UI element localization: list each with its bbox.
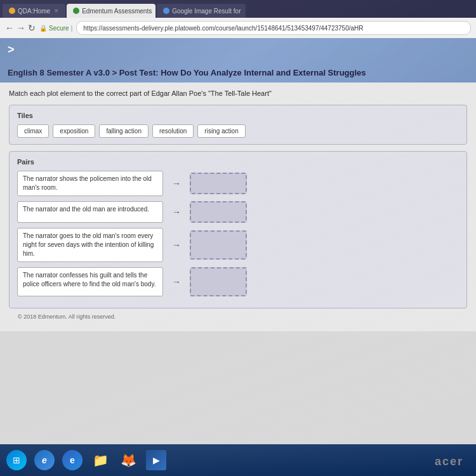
pairs-box: Pairs The narrator shows the policemen i… — [9, 151, 467, 308]
tile-falling-action[interactable]: falling action — [99, 124, 149, 138]
browser-chrome: QDA:Home ✕ Edmentum Assessments ✕ Google… — [0, 0, 476, 38]
tiles-box: Tiles climax exposition falling action r… — [9, 105, 467, 145]
back-button[interactable]: ← — [5, 23, 14, 33]
pair-text-4: The narrator confesses his guilt and tel… — [17, 267, 163, 296]
pair-drop-3[interactable] — [190, 230, 247, 260]
pair-row-2: The narrator and the old man are introdu… — [17, 201, 459, 223]
taskbar-ie-icon[interactable]: e — [34, 450, 55, 470]
taskbar-edge-icon[interactable]: e — [62, 450, 83, 470]
tile-exposition[interactable]: exposition — [53, 124, 95, 138]
pair-drop-4[interactable] — [190, 267, 247, 296]
pair-text-1: The narrator shows the policemen into th… — [17, 171, 163, 196]
tiles-row: climax exposition falling action resolut… — [17, 124, 459, 138]
refresh-button[interactable]: ↻ — [28, 23, 36, 33]
pair-text-3: The narrator goes to the old man's room … — [17, 228, 163, 262]
page-content: > English 8 Semester A v3.0 > Post Test:… — [0, 38, 476, 444]
tab-bar: QDA:Home ✕ Edmentum Assessments ✕ Google… — [0, 0, 476, 18]
pairs-label: Pairs — [17, 158, 459, 166]
taskbar-firefox-icon[interactable]: 🦊 — [118, 450, 138, 470]
tab-qda[interactable]: QDA:Home ✕ — [3, 4, 65, 18]
tile-rising-action[interactable]: rising action — [197, 124, 245, 138]
pair-row-3: The narrator goes to the old man's room … — [17, 228, 459, 262]
taskbar-folder-icon[interactable]: 📁 — [90, 450, 110, 470]
page-title: English 8 Semester A v3.0 > Post Test: H… — [0, 63, 374, 83]
secure-label: Secure — [49, 25, 69, 32]
pair-arrow-3: → — [167, 240, 186, 250]
tile-climax[interactable]: climax — [17, 124, 49, 138]
address-bar: ← → ↻ 🔒 Secure | — [0, 18, 476, 38]
pair-drop-1[interactable] — [190, 173, 247, 194]
taskbar-windows-icon[interactable]: ⊞ — [6, 450, 27, 470]
lock-icon: 🔒 — [39, 25, 47, 32]
tab-close-qda[interactable]: ✕ — [54, 8, 59, 14]
tab-close-google[interactable]: ✕ — [245, 8, 246, 14]
tab-google[interactable]: Google Image Result for ✕ — [157, 4, 246, 18]
nav-forward-arrow[interactable]: > — [8, 43, 15, 56]
acer-logo: acer — [435, 455, 463, 468]
pair-arrow-4: → — [167, 277, 186, 287]
tiles-label: Tiles — [17, 112, 459, 119]
pair-arrow-2: → — [167, 207, 186, 217]
pair-row-4: The narrator confesses his guilt and tel… — [17, 267, 459, 296]
tab-label-edmentum: Edmentum Assessments — [82, 8, 152, 15]
tile-resolution[interactable]: resolution — [152, 124, 194, 138]
pair-row-1: The narrator shows the policemen into th… — [17, 171, 459, 196]
tab-icon-qda — [9, 8, 15, 14]
nav-buttons: ← → ↻ — [5, 23, 36, 33]
taskbar: ⊞ e e 📁 🦊 ▶ acer — [0, 444, 476, 476]
tab-edmentum[interactable]: Edmentum Assessments ✕ — [67, 4, 155, 18]
forward-button[interactable]: → — [17, 23, 25, 33]
tab-icon-google — [163, 8, 169, 14]
tab-label-qda: QDA:Home — [18, 8, 50, 15]
footer-text: © 2018 Edmentum. All rights reserved. — [18, 314, 116, 320]
pair-arrow-1: → — [167, 178, 186, 188]
main-content: Match each plot element to the correct p… — [0, 83, 476, 331]
pair-drop-2[interactable] — [190, 201, 247, 223]
footer: © 2018 Edmentum. All rights reserved. — [9, 308, 467, 325]
address-input[interactable] — [76, 21, 471, 35]
taskbar-extra-icon[interactable]: ▶ — [146, 450, 166, 470]
secure-badge: 🔒 Secure | — [39, 25, 72, 32]
question-text: Match each plot element to the correct p… — [9, 89, 467, 98]
pair-text-2: The narrator and the old man are introdu… — [17, 201, 163, 223]
tab-label-google: Google Image Result for — [172, 8, 241, 15]
page-header: > English 8 Semester A v3.0 > Post Test:… — [0, 38, 476, 83]
tab-icon-edmentum — [73, 8, 79, 14]
